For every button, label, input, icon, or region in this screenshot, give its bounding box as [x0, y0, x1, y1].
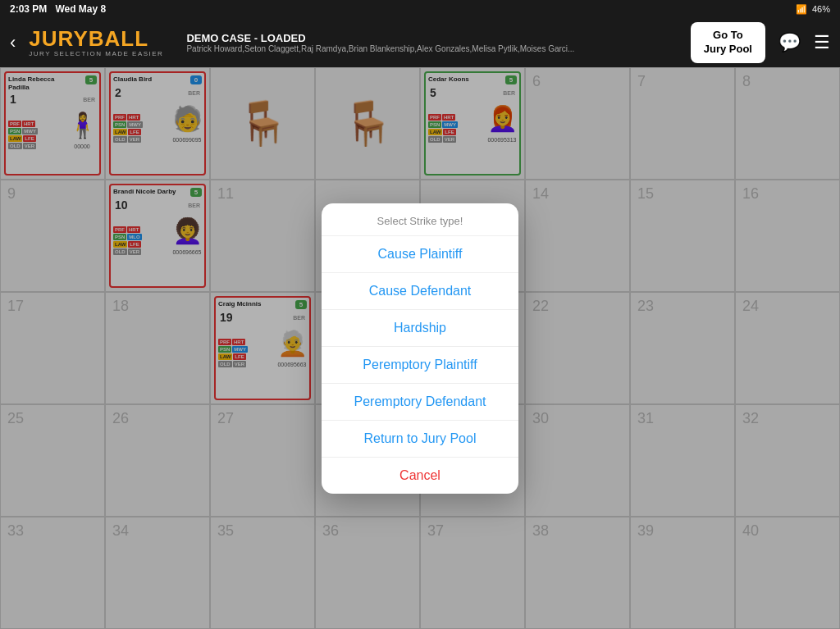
jury-grid: Linda RebeccaPadilla 5 1 BER PRF HRT PSN…	[0, 67, 840, 629]
cause-plaintiff-option[interactable]: Cause Plaintiff	[322, 236, 518, 273]
wifi-icon: 📶	[796, 4, 807, 15]
modal-overlay[interactable]: Select Strike type! Cause Plaintiff Caus…	[0, 67, 840, 629]
header-icons: 💬 ☰	[778, 32, 830, 53]
strike-type-modal: Select Strike type! Cause Plaintiff Caus…	[322, 203, 518, 494]
menu-icon[interactable]: ☰	[814, 32, 830, 53]
chat-icon[interactable]: 💬	[778, 32, 801, 53]
case-title: DEMO CASE - LOADED	[186, 32, 677, 44]
app-logo: JURYBALL JURY SELECTION MADE EASIER	[29, 27, 163, 57]
app-header: ‹ JURYBALL JURY SELECTION MADE EASIER DE…	[0, 18, 840, 67]
logo-subtitle: JURY SELECTION MADE EASIER	[29, 51, 163, 58]
status-bar: 2:03 PM Wed May 8 📶 46%	[0, 0, 840, 18]
hardship-option[interactable]: Hardship	[322, 310, 518, 347]
status-indicators: 📶 46%	[796, 4, 830, 15]
logo-title: JURYBALL	[29, 27, 163, 51]
battery-indicator: 46%	[812, 4, 830, 14]
back-button[interactable]: ‹	[10, 32, 16, 53]
peremptory-plaintiff-option[interactable]: Peremptory Plaintiff	[322, 347, 518, 384]
go-to-pool-button[interactable]: Go ToJury Pool	[691, 22, 765, 63]
status-time: 2:03 PM Wed May 8	[10, 3, 106, 15]
cause-defendant-option[interactable]: Cause Defendant	[322, 273, 518, 310]
peremptory-defendant-option[interactable]: Peremptory Defendant	[322, 384, 518, 421]
case-names: Patrick Howard,Seton Claggett,Raj Ramdya…	[186, 44, 596, 53]
modal-title: Select Strike type!	[322, 203, 518, 236]
return-to-jury-pool-option[interactable]: Return to Jury Pool	[322, 421, 518, 458]
case-info: DEMO CASE - LOADED Patrick Howard,Seton …	[176, 32, 677, 53]
cancel-option[interactable]: Cancel	[322, 458, 518, 494]
